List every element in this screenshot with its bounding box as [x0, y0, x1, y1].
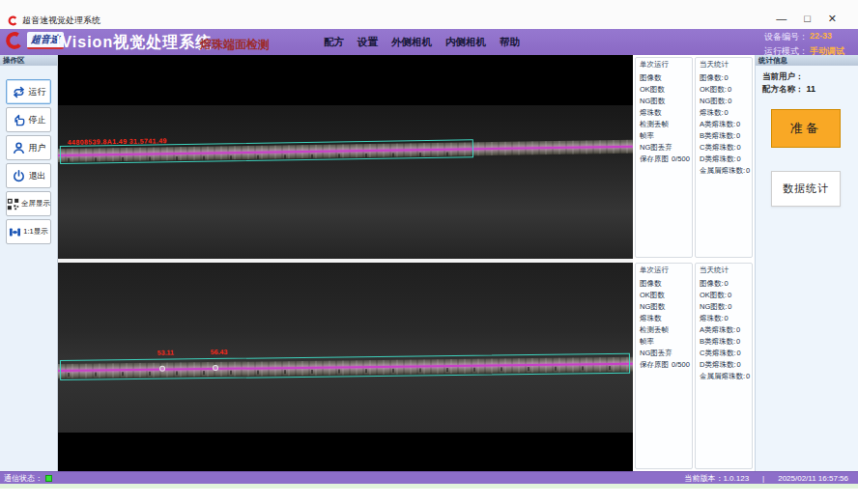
camera-image-area: 44808539.8A1.49 31.5741.49 53.11 56.43	[58, 55, 633, 471]
menu-item-help[interactable]: 帮助	[500, 36, 520, 49]
datetime-text: 2025/02/11 16:57:56	[778, 474, 848, 483]
stop-button[interactable]: 停止	[6, 107, 51, 132]
stat-item: 保存原图 0/500	[640, 360, 692, 372]
stat-item: 帧率	[640, 337, 692, 349]
version-text: 当前版本：1.0.123	[684, 473, 749, 484]
exit-button[interactable]: 退出	[6, 163, 51, 188]
stat-item: D类熔珠数:0	[700, 154, 752, 166]
brand-swoosh-icon	[5, 31, 24, 50]
one-to-one-icon	[9, 226, 21, 238]
stat-item: C类熔珠数:0	[700, 349, 752, 360]
stat-item: 图像数	[640, 279, 692, 291]
recipe-name-label: 配方名称：	[762, 84, 804, 94]
application-window: 超音速视觉处理系统 — □ ✕ 超音速 IVision视觉处理系统 熔珠端面检测…	[0, 0, 858, 504]
stat-item: 图像数	[640, 73, 692, 85]
daily-stats-items: 图像数:0 OK图数:0 NG图数:0 熔珠数:0 A类熔珠数:0 B类熔珠数:…	[696, 70, 752, 178]
fullscreen-label: 全屏显示	[21, 199, 50, 209]
prepare-button[interactable]: 准备	[771, 109, 841, 148]
status-separator: |	[762, 474, 764, 483]
stat-item: OK图数:0	[700, 291, 752, 302]
fullscreen-button[interactable]: 全屏显示	[6, 191, 51, 216]
stat-item: 图像数:0	[700, 279, 752, 291]
inner-camera-viewport: 53.11 56.43	[58, 263, 633, 471]
stat-item: 熔珠数	[640, 108, 692, 120]
recipe-name-value: 11	[807, 84, 816, 94]
device-number-label: 设备编号：	[764, 31, 808, 43]
stat-item: 图像数:0	[700, 73, 752, 85]
stat-item: NG图丢弃	[640, 143, 692, 154]
stat-item: NG图数	[640, 302, 692, 314]
one-to-one-button[interactable]: 1:1显示	[6, 219, 51, 244]
stat-item: A类熔珠数:0	[700, 120, 752, 131]
stat-item: 熔珠数	[640, 314, 692, 325]
stop-label: 停止	[29, 114, 46, 126]
minimize-button[interactable]: —	[776, 14, 786, 24]
stat-item: OK图数:0	[700, 85, 752, 97]
user-button[interactable]: 用户	[6, 135, 51, 160]
stat-item: 金属屑熔珠数:0	[700, 166, 752, 178]
roi-rectangle	[60, 353, 630, 380]
single-run-title: 单次运行	[636, 58, 692, 70]
single-run-items: 图像数 OK图数 NG图数 熔珠数 检测丢帧 帧率 NG图丢弃 保存原图 0/5…	[636, 275, 692, 372]
app-logo-icon	[8, 15, 18, 26]
stat-item: OK图数	[640, 291, 692, 302]
stat-item: 检测丢帧	[640, 120, 692, 131]
sidebar-title: 操作区	[0, 55, 57, 66]
status-bar: 通信状态： 当前版本：1.0.123 | 2025/02/11 16:57:56	[0, 471, 858, 484]
single-run-panel: 单次运行 图像数 OK图数 NG图数 熔珠数 检测丢帧 帧率 NG图丢弃 保存原…	[635, 57, 693, 258]
outer-camera-viewport: 44808539.8A1.49 31.5741.49	[58, 55, 633, 259]
stat-item: NG图数	[640, 97, 692, 108]
daily-stats-items: 图像数:0 OK图数:0 NG图数:0 熔珠数:0 A类熔珠数:0 B类熔珠数:…	[696, 275, 752, 383]
menu-item-settings[interactable]: 设置	[358, 36, 378, 49]
comm-status-indicator	[45, 475, 52, 482]
menu-item-inner-camera[interactable]: 内侧相机	[445, 36, 486, 49]
menu-item-outer-camera[interactable]: 外侧相机	[391, 36, 432, 49]
statistics-info-panel: 统计信息 当前用户： 配方名称：11 准备 数据统计	[755, 55, 858, 471]
stat-item: 检测丢帧	[640, 325, 692, 337]
exit-label: 退出	[29, 170, 46, 182]
stat-item: NG图数:0	[700, 97, 752, 108]
stat-item: 保存原图 0/500	[640, 154, 692, 166]
stat-item: C类熔珠数:0	[700, 143, 752, 154]
stat-item: 帧率	[640, 131, 692, 143]
stat-item: B类熔珠数:0	[700, 131, 752, 143]
run-icon	[12, 85, 26, 99]
stat-item: NG图数:0	[700, 302, 752, 314]
single-run-title: 单次运行	[636, 264, 692, 275]
single-run-panel: 单次运行 图像数 OK图数 NG图数 熔珠数 检测丢帧 帧率 NG图丢弃 保存原…	[635, 263, 693, 469]
bottom-strip	[0, 484, 858, 489]
daily-stats-panel: 当天统计 图像数:0 OK图数:0 NG图数:0 熔珠数:0 A类熔珠数:0 B…	[695, 57, 753, 258]
stop-hand-icon	[12, 113, 26, 127]
run-label: 运行	[29, 86, 46, 98]
user-label: 用户	[29, 142, 46, 154]
fullscreen-qr-icon	[7, 198, 19, 210]
current-user-label: 当前用户：	[762, 71, 804, 81]
daily-stats-panel: 当天统计 图像数:0 OK图数:0 NG图数:0 熔珠数:0 A类熔珠数:0 B…	[695, 263, 753, 469]
main-menu: 配方 设置 外侧相机 内侧相机 帮助	[324, 29, 520, 55]
device-number-value: 22-33	[810, 31, 850, 43]
menu-item-recipe[interactable]: 配方	[324, 36, 344, 49]
stat-item: 金属屑熔珠数:0	[700, 372, 752, 383]
daily-stats-title: 当天统计	[696, 264, 752, 275]
measurement-point	[213, 365, 218, 371]
measurement-label: 56.43	[211, 349, 228, 355]
app-subtitle: 熔珠端面检测	[200, 37, 270, 53]
stat-item: D类熔珠数:0	[700, 360, 752, 372]
app-header: 超音速 IVision视觉处理系统 熔珠端面检测 配方 设置 外侧相机 内侧相机…	[0, 29, 858, 55]
window-title: 超音速视觉处理系统	[22, 14, 100, 27]
power-icon	[12, 169, 26, 183]
measurement-label: 53.11	[157, 350, 174, 356]
stat-item: A类熔珠数:0	[700, 325, 752, 337]
close-button[interactable]: ✕	[828, 14, 837, 24]
data-statistics-button[interactable]: 数据统计	[771, 171, 841, 207]
maximize-button[interactable]: □	[804, 14, 811, 24]
app-title: IVision视觉处理系统	[56, 33, 212, 53]
single-run-items: 图像数 OK图数 NG图数 熔珠数 检测丢帧 帧率 NG图丢弃 保存原图 0/5…	[636, 70, 692, 166]
one-to-one-label: 1:1显示	[23, 227, 47, 237]
stat-item: 熔珠数:0	[700, 314, 752, 325]
stat-item: 熔珠数:0	[700, 108, 752, 120]
run-button[interactable]: 运行	[6, 79, 51, 104]
stat-item: OK图数	[640, 85, 692, 97]
window-titlebar: 超音速视觉处理系统 — □ ✕	[0, 0, 858, 29]
measurement-point	[159, 366, 165, 372]
